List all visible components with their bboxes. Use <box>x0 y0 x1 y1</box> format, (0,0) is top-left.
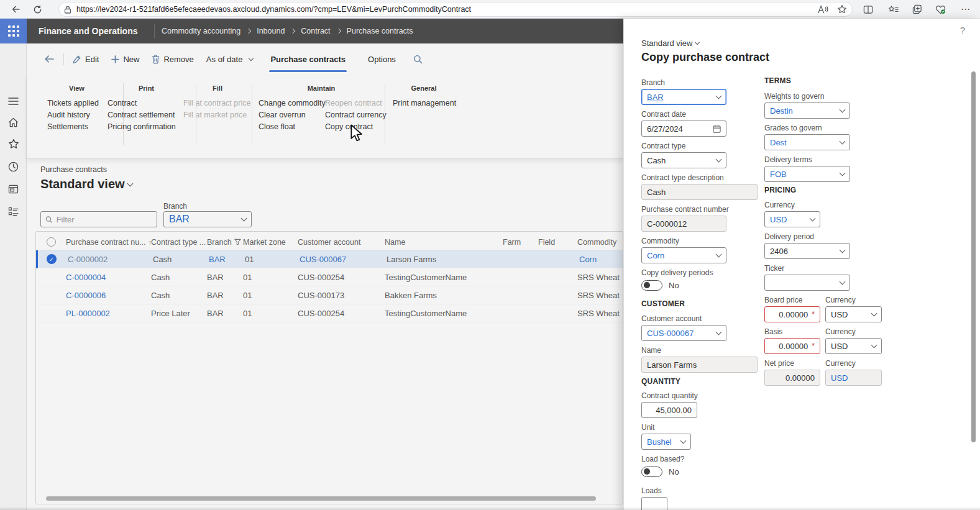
breadcrumb-item[interactable]: Inbound <box>257 27 285 35</box>
dialog-view-selector[interactable]: Standard view <box>641 39 699 48</box>
contract-number-link[interactable]: C-0000006 <box>66 291 151 300</box>
favorites-bar-icon[interactable] <box>886 2 900 17</box>
clear-overrun-button[interactable]: Clear overrun <box>259 109 326 121</box>
action-search-button[interactable] <box>407 50 429 68</box>
customer-name-field: Name Larson Farms <box>641 346 758 373</box>
close-float-button[interactable]: Close float <box>259 121 326 133</box>
column-header-field[interactable]: Field <box>538 238 577 247</box>
grades-to-govern-select[interactable]: Dest <box>764 134 850 150</box>
as-of-date-button[interactable]: As of date <box>200 50 260 68</box>
breadcrumb-item[interactable]: Contract <box>301 27 330 35</box>
delivery-terms-select[interactable]: FOB <box>764 166 850 182</box>
help-icon[interactable]: ? <box>960 25 965 35</box>
loads-input[interactable] <box>641 497 667 510</box>
contract-number-link[interactable]: C-0000004 <box>66 273 151 282</box>
breadcrumb-item[interactable]: Purchase contracts <box>347 27 413 35</box>
pricing-section-header: PRICING <box>764 186 796 194</box>
view-selector[interactable]: Standard view <box>40 177 132 191</box>
net-price-input: 0.00000 <box>764 370 820 386</box>
browser-essentials-icon[interactable] <box>933 2 948 17</box>
change-commodity-button[interactable]: Change commodity <box>259 98 326 109</box>
audit-history-button[interactable]: Audit history <box>47 109 99 121</box>
column-header-zone[interactable]: Market zone <box>243 238 298 247</box>
unit-select[interactable]: Bushel <box>641 434 691 450</box>
row-selected-check-icon[interactable]: ✓ <box>47 254 57 264</box>
horizontal-scrollbar[interactable] <box>46 496 596 501</box>
browser-refresh-icon[interactable] <box>30 2 45 17</box>
copy-contract-button[interactable]: Copy contract <box>325 121 387 133</box>
contract-currency-button[interactable]: Contract currency <box>325 109 387 121</box>
favorite-star-icon[interactable] <box>837 4 847 14</box>
home-icon[interactable] <box>6 114 21 130</box>
column-header-branch[interactable]: Branch <box>207 238 243 247</box>
contract-quantity-input[interactable]: 45,000.00 <box>641 402 697 418</box>
collections-icon[interactable] <box>910 2 925 17</box>
settlements-button[interactable]: Settlements <box>47 121 99 133</box>
load-based-toggle[interactable] <box>641 467 662 477</box>
url-text[interactable]: https://lev2024-r1-521fafd6e5efecaeedeva… <box>76 5 818 14</box>
table-row[interactable]: C-0000006 Cash BAR 01 CUS-000173 Bakken … <box>36 286 623 304</box>
weights-to-govern-select[interactable]: Destin <box>764 102 850 119</box>
print-contract-button[interactable]: Contract <box>108 98 176 109</box>
ticker-select[interactable] <box>764 275 850 291</box>
filter-funnel-icon <box>234 239 241 245</box>
customer-link[interactable]: CUS-000067 <box>300 255 387 264</box>
select-all-checkbox[interactable] <box>47 237 56 247</box>
browser-menu-icon[interactable]: ⋯ <box>958 2 973 17</box>
branch-filter-select[interactable]: BAR <box>163 211 252 227</box>
calendar-icon[interactable] <box>713 125 721 133</box>
edit-button[interactable]: Edit <box>66 50 105 68</box>
contract-number-link[interactable]: C-0000002 <box>68 255 153 264</box>
board-price-currency-select[interactable]: USD <box>825 306 882 322</box>
vertical-scrollbar[interactable] <box>971 71 976 442</box>
remove-button[interactable]: Remove <box>145 50 199 68</box>
recent-clock-icon[interactable] <box>6 159 21 175</box>
copy-delivery-periods-toggle[interactable] <box>641 280 662 291</box>
hamburger-menu-icon[interactable] <box>6 93 21 109</box>
customer-account-select[interactable]: CUS-000067 <box>641 325 726 341</box>
column-header-name[interactable]: Name <box>385 238 503 247</box>
weights-to-govern-field: Weights to govern Destin <box>764 92 850 119</box>
pricing-confirmation-button[interactable]: Pricing confirmation <box>108 121 176 133</box>
app-title[interactable]: Finance and Operations <box>39 19 137 43</box>
branch-select[interactable]: BAR <box>641 89 726 105</box>
modules-list-icon[interactable] <box>6 204 21 219</box>
column-header-commodity[interactable]: Commodity <box>577 238 623 247</box>
browser-back-icon[interactable] <box>9 2 24 17</box>
delivery-period-select[interactable]: 2406 <box>764 243 850 259</box>
column-header-customer[interactable]: Customer account <box>298 238 385 247</box>
split-screen-icon[interactable] <box>861 2 876 17</box>
grid-filter[interactable] <box>40 211 157 227</box>
board-price-input[interactable]: 0.00000* <box>764 306 820 322</box>
app-launcher-icon[interactable] <box>0 19 27 43</box>
table-row[interactable]: C-0000004 Cash BAR 01 CUS-000254 Testing… <box>36 268 623 286</box>
basis-input[interactable]: 0.00000* <box>764 338 820 354</box>
workspaces-icon[interactable] <box>6 181 21 197</box>
edit-label: Edit <box>85 55 99 64</box>
column-header-farm[interactable]: Farm <box>503 238 538 247</box>
favorites-star-icon[interactable] <box>6 136 21 152</box>
tab-options[interactable]: Options <box>364 50 400 68</box>
column-header-number[interactable]: Purchase contract nu...↑ <box>66 238 151 247</box>
filter-input[interactable] <box>57 215 152 224</box>
loads-field: Loads <box>641 486 667 510</box>
back-button[interactable] <box>38 50 61 68</box>
contract-type-select[interactable]: Cash <box>641 152 726 168</box>
breadcrumb-item[interactable]: Commodity accounting <box>162 27 240 35</box>
reopen-contract-button: Reopen contract <box>325 98 387 109</box>
contract-settlement-button[interactable]: Contract settlement <box>108 109 176 121</box>
currency-select[interactable]: USD <box>764 211 820 227</box>
table-row[interactable]: ✓ C-0000002 Cash BAR 01 CUS-000067 Larso… <box>36 250 623 268</box>
address-bar[interactable]: https://lev2024-r1-521fafd6e5efecaeedeva… <box>58 2 853 17</box>
table-row[interactable]: PL-0000002 Price Later BAR 01 CUS-000254… <box>36 304 623 322</box>
commodity-select[interactable]: Corn <box>641 247 726 263</box>
contract-number-link[interactable]: PL-0000002 <box>66 309 151 318</box>
print-management-button[interactable]: Print management <box>393 98 456 109</box>
tab-purchase-contracts[interactable]: Purchase contracts <box>267 50 349 68</box>
tickets-applied-button[interactable]: Tickets applied <box>47 98 99 109</box>
new-button[interactable]: New <box>105 50 145 68</box>
contract-date-input[interactable]: 6/27/2024 <box>641 121 726 137</box>
column-header-type[interactable]: Contract type ... <box>151 238 207 247</box>
read-aloud-icon[interactable] <box>818 5 828 14</box>
basis-currency-select[interactable]: USD <box>825 338 882 354</box>
